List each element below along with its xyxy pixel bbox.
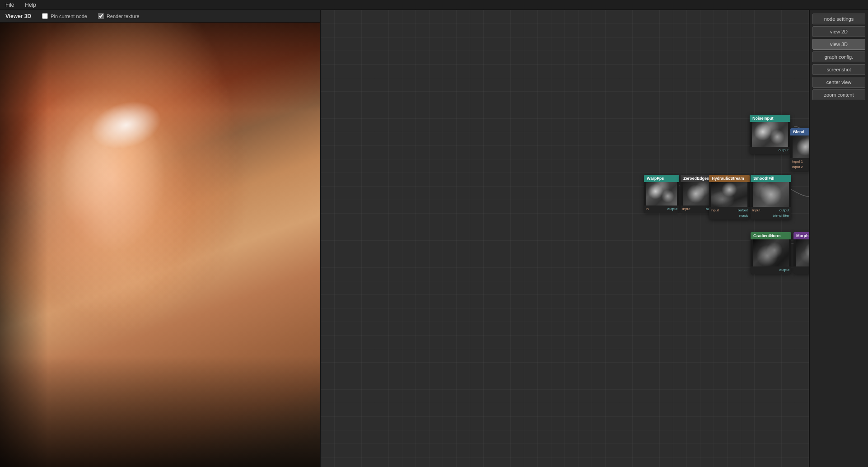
node-blend[interactable]: Blend input 1output input 2 xyxy=(790,128,809,171)
node-blend-header: Blend xyxy=(790,128,809,135)
menubar: File Help xyxy=(0,0,868,10)
viewer-canvas[interactable] xyxy=(0,23,320,467)
node-noise-input-ports: output xyxy=(750,147,790,154)
node-hydraulic-stream[interactable]: HydraulicStream inputoutput mask xyxy=(709,175,750,219)
pin-node-label: Pin current node xyxy=(51,14,87,19)
menu-help[interactable]: Help xyxy=(23,1,38,9)
render-texture-group: Render texture xyxy=(98,13,140,19)
zoom-content-button[interactable]: zoom content xyxy=(812,89,865,100)
node-morphological-gradient[interactable]: MorphologicalGradient output xyxy=(793,232,809,274)
node-warpfps-header: WarpFps xyxy=(644,175,679,182)
viewer-title: Viewer 3D xyxy=(5,13,31,19)
node-blend-body: input 1output input 2 xyxy=(790,135,809,171)
node-warpfps[interactable]: WarpFps inoutput xyxy=(644,175,679,213)
node-warpfps-ports: inoutput xyxy=(644,205,679,213)
menu-file[interactable]: File xyxy=(4,1,16,9)
node-morphological-gradient-ports: output xyxy=(793,266,809,274)
pin-node-group: Pin current node xyxy=(42,13,87,19)
node-hydraulic-stream-header: HydraulicStream xyxy=(709,175,750,182)
node-morphological-gradient-preview xyxy=(796,239,809,266)
node-graph: NoiseInput output Blend input 1output in… xyxy=(321,10,809,467)
node-noise-input-preview xyxy=(752,122,788,147)
pin-current-node-checkbox[interactable] xyxy=(42,13,48,19)
node-warpfps-preview xyxy=(646,182,677,205)
node-smooth-fill-body: inputoutput blend filter xyxy=(751,182,791,219)
node-hydraulic-stream-body: inputoutput mask xyxy=(709,182,750,219)
node-warpfps-body: inoutput xyxy=(644,182,679,213)
node-gradient-norm[interactable]: GradientNorm output xyxy=(751,232,791,274)
node-morphological-gradient-header: MorphologicalGradient xyxy=(793,232,809,239)
node-hydraulic-stream-ports: inputoutput mask xyxy=(709,207,750,219)
node-noise-input-body: output xyxy=(750,122,790,154)
right-sidebar: node settings view 2D view 3D graph conf… xyxy=(809,10,868,467)
node-gradient-norm-preview xyxy=(753,239,789,266)
node-settings-button[interactable]: node settings xyxy=(812,14,865,24)
terrain-render xyxy=(0,23,320,467)
node-hydraulic-stream-preview xyxy=(711,182,747,207)
screenshot-button[interactable]: screenshot xyxy=(812,64,865,75)
node-gradient-norm-header: GradientNorm xyxy=(751,232,791,239)
node-smooth-fill-preview xyxy=(753,182,789,207)
graph-config-button[interactable]: graph config. xyxy=(812,51,865,62)
render-texture-checkbox[interactable] xyxy=(98,13,104,19)
viewer-panel: Viewer 3D Pin current node Render textur… xyxy=(0,10,321,467)
render-texture-label: Render texture xyxy=(107,14,140,19)
node-smooth-fill-ports: inputoutput blend filter xyxy=(751,207,791,219)
node-gradient-norm-body: output xyxy=(751,239,791,274)
viewer-toolbar: Viewer 3D Pin current node Render textur… xyxy=(0,10,320,23)
node-panel[interactable]: NoiseInput output Blend input 1output in… xyxy=(321,10,809,467)
view-2d-button[interactable]: view 2D xyxy=(812,26,865,37)
center-view-button[interactable]: center view xyxy=(812,77,865,88)
node-blend-ports: input 1output input 2 xyxy=(790,158,809,171)
node-noise-input-header: NoiseInput xyxy=(750,115,790,122)
node-gradient-norm-ports: output xyxy=(751,266,791,274)
node-blend-preview xyxy=(793,135,809,158)
node-smooth-fill-header: SmoothFill xyxy=(751,175,791,182)
node-smooth-fill[interactable]: SmoothFill inputoutput blend filter xyxy=(751,175,791,219)
view-3d-button[interactable]: view 3D xyxy=(812,39,865,50)
node-noise-input[interactable]: NoiseInput output xyxy=(750,115,790,154)
node-morphological-gradient-body: output xyxy=(793,239,809,274)
connections-svg xyxy=(321,10,456,78)
